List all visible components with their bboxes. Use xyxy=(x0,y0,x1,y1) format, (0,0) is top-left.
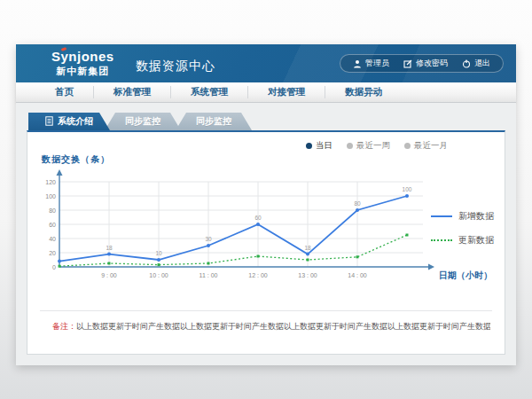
main-nav: 首页 标准管理 系统管理 对接管理 数据异动 xyxy=(16,82,516,103)
footnote: 备注：以上数据更新于时间产生数据以上数据更新于时间产生数据以上数据更新于时间产生… xyxy=(52,321,490,332)
svg-text:60: 60 xyxy=(254,215,262,221)
tab-label: 同步监控 xyxy=(196,115,231,128)
filter-label: 当日 xyxy=(316,140,332,152)
brand-logo: Synjones 新中新集团 xyxy=(51,49,114,78)
nav-item-home[interactable]: 首页 xyxy=(35,82,93,102)
chart-legend: 新增数据 更新数据 xyxy=(431,210,494,246)
app-window: Synjones 新中新集团 数据资源中心 管理员 修改密码 退出 xyxy=(16,44,516,365)
chart-y-axis-title: 数据交换（条） xyxy=(42,153,110,166)
nav-item-interface-mgmt[interactable]: 对接管理 xyxy=(248,82,325,102)
line-chart: 0204060801001209 : 0010 : 0011 : 0012 : … xyxy=(35,168,496,292)
page-title: 数据资源中心 xyxy=(136,59,215,74)
svg-text:120: 120 xyxy=(45,179,56,185)
power-icon xyxy=(462,59,471,68)
svg-text:80: 80 xyxy=(354,200,361,207)
user-label: 管理员 xyxy=(365,58,389,69)
svg-text:13 : 00: 13 : 00 xyxy=(298,272,317,278)
legend-label: 更新数据 xyxy=(458,234,494,246)
svg-text:30: 30 xyxy=(205,236,212,242)
svg-text:14 : 00: 14 : 00 xyxy=(348,272,367,278)
user-toolbar: 管理员 修改密码 退出 xyxy=(340,54,504,73)
filter-option-last-week[interactable]: 最近一周 xyxy=(347,140,390,152)
filter-label: 最近一月 xyxy=(414,140,448,152)
svg-text:9 : 00: 9 : 00 xyxy=(101,272,117,278)
brand-logo-text: Synjones xyxy=(51,49,114,64)
svg-text:60: 60 xyxy=(49,222,56,228)
time-range-filter: 当日 最近一周 最近一月 xyxy=(306,140,448,152)
svg-text:20: 20 xyxy=(49,250,56,256)
current-user-button[interactable]: 管理员 xyxy=(353,58,389,69)
user-icon xyxy=(353,59,362,68)
filter-label: 最近一周 xyxy=(356,140,390,152)
logout-label: 退出 xyxy=(474,58,490,69)
radio-dot-icon xyxy=(306,143,312,149)
nav-item-system-mgmt[interactable]: 系统管理 xyxy=(171,82,247,102)
brand-company: 新中新集团 xyxy=(51,65,114,78)
filter-option-last-month[interactable]: 最近一月 xyxy=(404,140,448,152)
svg-text:40: 40 xyxy=(49,236,56,242)
footnote-text: 以上数据更新于时间产生数据以上数据更新于时间产生数据以上数据更新于时间产生数据以… xyxy=(76,322,490,331)
legend-label: 新增数据 xyxy=(458,210,494,223)
radio-dot-icon xyxy=(404,143,411,149)
svg-text:11 : 00: 11 : 00 xyxy=(200,272,218,278)
tab-sync-monitor-1[interactable]: 同步监控 xyxy=(105,113,181,130)
change-password-label: 修改密码 xyxy=(416,58,448,69)
nav-item-standard-mgmt[interactable]: 标准管理 xyxy=(94,82,170,102)
edit-icon xyxy=(403,59,412,68)
svg-text:10 : 00: 10 : 00 xyxy=(149,272,168,278)
tab-bar: 系统介绍 同步监控 同步监控 xyxy=(28,112,516,130)
svg-text:0: 0 xyxy=(52,264,56,270)
tab-label: 同步监控 xyxy=(125,115,160,128)
svg-text:日期（小时）: 日期（小时） xyxy=(439,270,492,280)
nav-item-data-change[interactable]: 数据异动 xyxy=(325,82,402,102)
svg-text:12 : 00: 12 : 00 xyxy=(248,272,268,278)
svg-text:100: 100 xyxy=(45,193,56,200)
svg-text:80: 80 xyxy=(49,207,56,214)
green-dotted-line-icon xyxy=(431,239,452,241)
filter-option-today[interactable]: 当日 xyxy=(306,140,332,152)
chart-panel: 当日 最近一周 最近一月 数据交换（条） 0204060801001209 : … xyxy=(27,130,505,355)
legend-item-updated-data: 更新数据 xyxy=(431,234,494,246)
tab-label: 系统介绍 xyxy=(58,115,93,128)
svg-text:10: 10 xyxy=(155,250,162,256)
app-header: Synjones 新中新集团 数据资源中心 管理员 修改密码 退出 xyxy=(16,44,516,82)
change-password-button[interactable]: 修改密码 xyxy=(403,58,448,69)
radio-dot-icon xyxy=(347,143,353,149)
svg-text:18: 18 xyxy=(106,245,113,251)
blue-line-icon xyxy=(431,215,452,217)
tab-sync-monitor-2[interactable]: 同步监控 xyxy=(176,113,252,130)
legend-item-new-data: 新增数据 xyxy=(431,210,494,223)
svg-text:100: 100 xyxy=(403,186,412,192)
footnote-prefix: 备注： xyxy=(52,322,76,331)
content-area: 系统介绍 同步监控 同步监控 当日 最近一周 xyxy=(16,103,516,365)
panel-divider xyxy=(40,310,492,311)
document-icon xyxy=(45,116,53,128)
logout-button[interactable]: 退出 xyxy=(462,58,490,69)
tab-system-intro[interactable]: 系统介绍 xyxy=(28,113,110,130)
svg-text:18: 18 xyxy=(304,245,311,251)
